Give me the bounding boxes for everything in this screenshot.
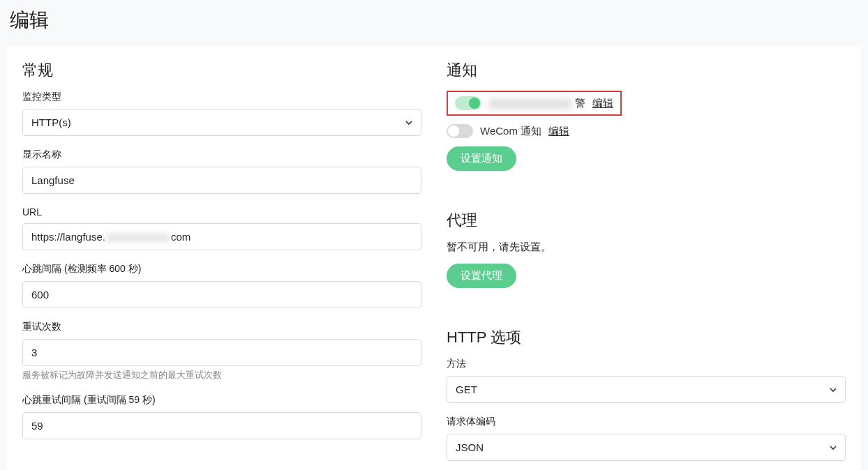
display-name-label: 显示名称 <box>22 149 421 161</box>
heartbeat-interval-label: 心跳间隔 (检测频率 600 秒) <box>22 263 421 275</box>
url-redacted-portion <box>107 233 170 243</box>
setup-proxy-button[interactable]: 设置代理 <box>447 264 516 288</box>
proxy-note: 暂不可用，请先设置。 <box>447 241 846 254</box>
url-prefix: https://langfuse. <box>31 231 105 243</box>
http-options-section-title: HTTP 选项 <box>447 327 846 348</box>
right-column: 通知 警 编辑 WeCom 通知 编辑 设置通知 代理 暂不可用，请先设置。 设… <box>447 60 846 470</box>
proxy-section-title: 代理 <box>447 210 846 231</box>
edit-card: 常规 监控类型 HTTP(s) 显示名称 URL https://langfus… <box>7 46 861 470</box>
heartbeat-retry-field: 心跳重试间隔 (重试间隔 59 秒) <box>22 394 421 439</box>
body-encoding-label: 请求体编码 <box>447 416 846 428</box>
notification-1-name: 警 <box>488 97 585 110</box>
notification-2-toggle[interactable] <box>447 124 473 138</box>
monitor-type-label: 监控类型 <box>22 91 421 103</box>
http-method-label: 方法 <box>447 358 846 370</box>
notifications-section-title: 通知 <box>447 60 846 81</box>
url-input[interactable]: https://langfuse.com <box>22 223 421 250</box>
notification-1-edit-link[interactable]: 编辑 <box>592 97 613 110</box>
general-section-title: 常规 <box>22 60 421 81</box>
url-suffix: com <box>171 231 190 243</box>
heartbeat-retry-label: 心跳重试间隔 (重试间隔 59 秒) <box>22 394 421 407</box>
display-name-field: 显示名称 <box>22 149 421 194</box>
retry-label: 重试次数 <box>22 321 421 333</box>
notification-2-edit-link[interactable]: 编辑 <box>548 125 569 138</box>
notification-2-name: WeCom 通知 <box>480 125 541 138</box>
notification-1-toggle[interactable] <box>455 96 481 110</box>
http-method-field: 方法 GET <box>447 358 846 403</box>
notification-highlight: 警 编辑 <box>447 91 622 116</box>
heartbeat-interval-field: 心跳间隔 (检测频率 600 秒) <box>22 263 421 308</box>
url-field: URL https://langfuse.com <box>22 206 421 250</box>
retry-field: 重试次数 服务被标记为故障并发送通知之前的最大重试次数 <box>22 321 421 381</box>
general-column: 常规 监控类型 HTTP(s) 显示名称 URL https://langfus… <box>22 60 421 470</box>
body-encoding-select[interactable]: JSON <box>447 434 846 461</box>
page-title: 编辑 <box>0 0 868 46</box>
display-name-input[interactable] <box>22 167 421 194</box>
notification-2-row: WeCom 通知 编辑 <box>447 124 846 138</box>
heartbeat-retry-input[interactable] <box>22 412 421 439</box>
monitor-type-field: 监控类型 HTTP(s) <box>22 91 421 136</box>
retry-help-text: 服务被标记为故障并发送通知之前的最大重试次数 <box>22 369 421 381</box>
notification-1-name-redacted <box>488 98 572 109</box>
monitor-type-select[interactable]: HTTP(s) <box>22 109 421 136</box>
setup-notification-button[interactable]: 设置通知 <box>447 146 516 171</box>
url-label: URL <box>22 206 421 218</box>
http-method-select[interactable]: GET <box>447 376 846 403</box>
retry-input[interactable] <box>22 339 421 366</box>
body-encoding-field: 请求体编码 JSON <box>447 416 846 461</box>
heartbeat-interval-input[interactable] <box>22 281 421 308</box>
